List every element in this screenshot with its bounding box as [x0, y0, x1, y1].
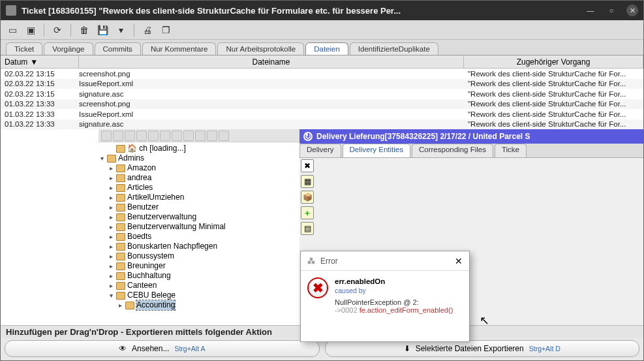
tree-twisty-icon[interactable]: ▸	[108, 251, 114, 261]
subtab-entities[interactable]: Delivery Entities	[343, 144, 410, 157]
error-close-button[interactable]: ✕	[455, 256, 463, 266]
tree-node-label: CEBU Belege	[127, 290, 176, 300]
cell-filename: signature.asc	[79, 90, 464, 98]
tree-twisty-icon[interactable]: ▸	[108, 232, 114, 242]
entity-package-icon[interactable]: 📦	[301, 191, 314, 204]
tree-node[interactable]: ▸Benutzerverwaltung Minimal	[99, 222, 297, 232]
tree-node[interactable]: ▾Admins	[99, 153, 297, 163]
tree-node[interactable]: ▸Breuninger	[99, 261, 297, 271]
tree-node[interactable]: ▸Articles	[99, 183, 297, 193]
tree-node[interactable]: ▸Boedts	[99, 232, 297, 242]
cell-date: 02.03.22 13:15	[1, 80, 79, 87]
tree-twisty-icon[interactable]: ▸	[108, 173, 114, 183]
minimize-button[interactable]: —	[585, 5, 596, 16]
tab-ticket[interactable]: Ticket	[6, 42, 42, 55]
folder-tree[interactable]: 🏠 ch [loading...]▾Admins▸Amazon▸andrea▸A…	[1, 142, 299, 311]
tree-node[interactable]: ▸Bonussystem	[99, 251, 297, 261]
tree-node[interactable]: ▸Bonuskarten Nachpflegen	[99, 242, 297, 251]
tree-node[interactable]: ▸ArtikelUmziehen	[99, 193, 297, 202]
tree-twisty-icon[interactable]: ▸	[108, 242, 114, 251]
tree-node[interactable]: ▸Buchhaltung	[99, 271, 297, 281]
mini-tool-icon[interactable]	[136, 131, 147, 141]
tree-node-label: Boedts	[127, 232, 151, 242]
toolbar-delete-icon[interactable]: 🗑	[76, 22, 92, 38]
cell-date: 01.03.22 13:33	[1, 110, 79, 118]
entity-add-icon[interactable]: ＋	[301, 206, 314, 219]
tab-nur-kommentare[interactable]: Nur Kommentare	[142, 42, 217, 55]
error-titlebar: ⁂ Error ✕	[301, 251, 469, 271]
mini-tool-icon[interactable]	[160, 131, 170, 141]
view-button[interactable]: 👁 Ansehen... Strg+Alt A	[5, 340, 320, 357]
tree-twisty-icon[interactable]: ▸	[108, 193, 114, 202]
tree-node[interactable]: ▸andrea	[99, 173, 297, 183]
tree-twisty-icon[interactable]: ▸	[117, 300, 123, 310]
mini-tool-icon[interactable]	[125, 131, 135, 141]
toolbar-copy-icon[interactable]: ❐	[158, 22, 174, 38]
cell-date: 02.03.22 13:15	[1, 70, 79, 78]
subtab-files[interactable]: Corresponding Files	[412, 144, 493, 157]
maximize-button[interactable]: ○	[606, 5, 617, 16]
mini-tool-icon[interactable]	[219, 131, 229, 141]
tab-commits[interactable]: Commits	[95, 42, 141, 55]
tree-node[interactable]: ▸Benutzerverwaltung	[99, 212, 297, 222]
tree-twisty-icon[interactable]: ▸	[108, 163, 114, 173]
col-header-date[interactable]: Datum▼	[1, 55, 79, 68]
mini-tool-icon[interactable]	[183, 131, 194, 141]
tree-node[interactable]: ▾CEBU Belege	[99, 290, 297, 300]
tree-twisty-icon[interactable]: ▾	[99, 153, 105, 163]
entity-grid-icon[interactable]: ▦	[301, 175, 314, 188]
table-row[interactable]: 01.03.22 13:33IssueReport.xml"Rework des…	[1, 109, 643, 119]
toolbar-save-icon[interactable]: 💾	[95, 22, 110, 38]
col-header-process[interactable]: Zugehöriger Vorgang	[464, 55, 643, 68]
tree-pane: 🏠 ch [loading...]▾Admins▸Amazon▸andrea▸A…	[1, 129, 299, 325]
mini-tool-icon[interactable]	[113, 131, 123, 141]
tree-twisty-icon[interactable]: ▸	[108, 271, 114, 281]
tree-node[interactable]: ▸Amazon	[99, 163, 297, 173]
error-call: ->0002 fe.action_editForm_enabled()	[335, 306, 453, 314]
tab-vorgaenge[interactable]: Vorgänge	[44, 42, 93, 55]
toolbar-print-icon[interactable]: 🖨	[140, 22, 155, 38]
tree-node[interactable]: ▸Benutzer	[99, 202, 297, 212]
tree-node[interactable]: 🏠 ch [loading...]	[99, 144, 297, 153]
col-header-name[interactable]: Dateiname	[79, 55, 464, 68]
view-button-label: Ansehen...	[132, 344, 169, 353]
table-row[interactable]: 02.03.22 13:15signature.asc"Rework des c…	[1, 89, 643, 99]
tree-twisty-icon[interactable]: ▸	[108, 202, 114, 212]
toolbar-note-icon[interactable]: ▭	[5, 22, 20, 38]
toolbar-dropdown-icon[interactable]: ▾	[113, 22, 129, 38]
mini-tool-icon[interactable]	[195, 131, 206, 141]
close-button[interactable]: ✕	[626, 5, 638, 16]
tree-twisty-icon[interactable]: ▸	[108, 281, 114, 290]
mini-tool-icon[interactable]	[207, 131, 217, 141]
export-button[interactable]: ⬇ Selektierte Dateien Exportieren Strg+A…	[325, 340, 640, 357]
mini-tool-icon[interactable]	[148, 131, 159, 141]
toolbar-refresh-icon[interactable]: ⟳	[50, 22, 65, 38]
minimize-icon: —	[587, 7, 594, 14]
tab-nur-arbeitsprotokolle[interactable]: Nur Arbeitsprotokolle	[217, 42, 304, 55]
tree-twisty-icon[interactable]: ▾	[108, 290, 114, 300]
refresh-icon[interactable]: ↻	[303, 132, 313, 141]
tree-twisty-icon[interactable]: ▸	[108, 261, 114, 271]
cell-filename: IssueReport.xml	[79, 110, 464, 118]
table-row[interactable]: 02.03.22 13:15IssueReport.xml"Rework des…	[1, 79, 643, 89]
tree-twisty-icon[interactable]: ▸	[108, 222, 114, 232]
toolbar-camera-icon[interactable]: ▣	[23, 22, 38, 38]
entity-delete-icon[interactable]: ✖	[301, 159, 314, 172]
tree-twisty-icon[interactable]: ▸	[108, 183, 114, 193]
entity-doc-icon[interactable]: ▤	[301, 222, 314, 235]
table-row[interactable]: 01.03.22 13:33screenshot.png"Rework des …	[1, 99, 643, 110]
error-call-prefix: ->0002	[335, 306, 360, 314]
table-row[interactable]: 02.03.22 13:15screenshot.png"Rework des …	[1, 69, 643, 79]
tree-twisty-icon[interactable]: ▸	[108, 212, 114, 222]
tab-duplikate[interactable]: IdentifizierteDuplikate	[350, 42, 438, 55]
tree-node-label: Benutzerverwaltung	[127, 212, 196, 222]
mini-tool-icon[interactable]	[101, 131, 112, 141]
tree-node-label: andrea	[127, 173, 151, 183]
tree-node[interactable]: ▸Canteen	[99, 281, 297, 290]
tree-node[interactable]: ▸Accounting	[99, 300, 297, 310]
tab-dateien[interactable]: Dateien	[305, 42, 348, 55]
table-row[interactable]: 01.03.22 13:33signature.asc"Rework des c…	[1, 119, 643, 130]
subtab-ticket[interactable]: Ticke	[495, 144, 527, 157]
mini-tool-icon[interactable]	[172, 131, 182, 141]
subtab-delivery[interactable]: Delivery	[299, 144, 341, 157]
